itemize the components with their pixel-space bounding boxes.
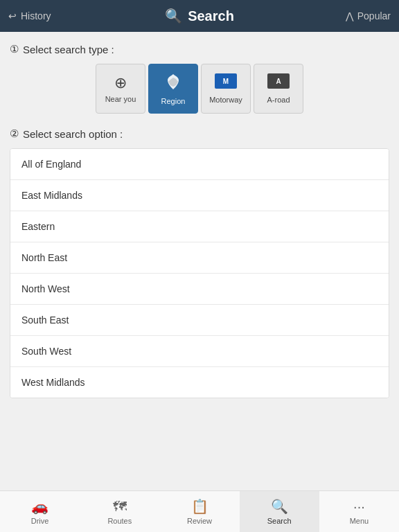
nav-search[interactable]: 🔍 Search	[240, 491, 319, 532]
drive-icon: 🚗	[31, 498, 48, 515]
history-icon: ↩	[8, 10, 17, 21]
list-item[interactable]: Eastern	[10, 211, 389, 242]
motorway-button[interactable]: M Motorway	[201, 64, 251, 114]
nav-routes[interactable]: 🗺 Routes	[80, 491, 159, 532]
main-content: ① Select search type : ⊕ Near you Region	[0, 32, 399, 490]
list-item[interactable]: South East	[10, 305, 389, 336]
popular-button[interactable]: ⋀ Popular	[328, 10, 391, 21]
menu-icon: ···	[353, 499, 365, 515]
header: ↩ History 🔍 Search ⋀ Popular	[0, 0, 399, 32]
drive-label: Drive	[31, 517, 49, 525]
review-label: Review	[187, 517, 212, 525]
nav-drive[interactable]: 🚗 Drive	[0, 491, 80, 532]
svg-text:A: A	[276, 78, 281, 85]
popular-icon: ⋀	[346, 10, 353, 21]
search-type-number: ①	[10, 43, 19, 55]
search-nav-icon: 🔍	[271, 498, 288, 515]
header-title: Search	[188, 8, 234, 24]
region-icon	[164, 73, 182, 94]
search-type-label: ① Select search type :	[10, 43, 389, 55]
search-option-number: ②	[10, 127, 19, 140]
menu-label: Menu	[350, 517, 369, 525]
list-item[interactable]: West Midlands	[10, 367, 389, 398]
list-item[interactable]: North East	[10, 242, 389, 274]
region-button[interactable]: Region	[148, 64, 198, 114]
search-type-text: Select search type :	[23, 44, 114, 55]
bottom-nav: 🚗 Drive 🗺 Routes 📋 Review 🔍 Search ··· M…	[0, 490, 399, 532]
history-button[interactable]: ↩ History	[8, 10, 71, 21]
nav-review[interactable]: 📋 Review	[159, 491, 239, 532]
routes-label: Routes	[107, 517, 132, 525]
popular-label: Popular	[357, 10, 391, 21]
list-item[interactable]: All of England	[10, 149, 389, 180]
a-road-label: A-road	[267, 96, 290, 104]
options-list: All of EnglandEast MidlandsEasternNorth …	[10, 148, 389, 398]
history-label: History	[21, 10, 51, 21]
search-type-buttons: ⊕ Near you Region M Motorway	[10, 64, 389, 114]
header-title-area: 🔍 Search	[165, 8, 234, 24]
list-item[interactable]: East Midlands	[10, 180, 389, 211]
motorway-icon: M	[215, 73, 237, 93]
list-item[interactable]: North West	[10, 274, 389, 305]
near-you-button[interactable]: ⊕ Near you	[96, 64, 145, 114]
review-icon: 📋	[191, 498, 209, 515]
list-item[interactable]: South West	[10, 336, 389, 367]
region-label: Region	[161, 97, 186, 105]
near-you-icon: ⊕	[114, 74, 127, 92]
routes-icon: 🗺	[113, 499, 127, 515]
search-option-label: ② Select search option :	[10, 127, 389, 140]
near-you-label: Near you	[105, 95, 136, 103]
a-road-button[interactable]: A A-road	[254, 64, 303, 114]
search-header-icon: 🔍	[165, 8, 182, 24]
motorway-label: Motorway	[209, 96, 242, 104]
a-road-icon: A	[267, 73, 290, 93]
search-option-text: Select search option :	[23, 128, 123, 140]
search-nav-label: Search	[267, 517, 292, 525]
svg-text:M: M	[223, 78, 229, 85]
nav-menu[interactable]: ··· Menu	[319, 491, 399, 532]
